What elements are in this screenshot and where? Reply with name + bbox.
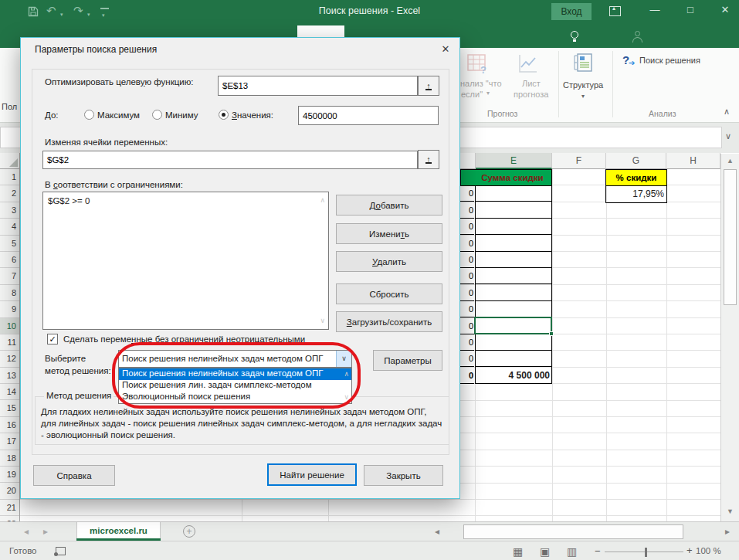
method-option-1[interactable]: Поиск решения нелинейных задач методом О…	[119, 368, 351, 380]
sheet-nav-right-icon[interactable]: ▸	[43, 526, 48, 537]
nonnegative-checkbox[interactable]: ✓	[47, 334, 58, 344]
load-save-button[interactable]: Загрузить/сохранить	[336, 311, 442, 332]
constraint-item[interactable]: $G$2 >= 0	[48, 196, 90, 205]
structure-dropdown-icon[interactable]: ▾	[581, 93, 585, 100]
objective-range-selector-button[interactable]: ↑	[418, 76, 439, 96]
method-option-3[interactable]: Эволюционный поиск решения	[119, 392, 351, 403]
row-header[interactable]: 21	[0, 500, 19, 516]
radio-value-of-label[interactable]: Значения:	[232, 110, 273, 120]
add-constraint-button[interactable]: Добавить	[336, 195, 442, 216]
row-header[interactable]: 1	[0, 169, 19, 185]
objective-input[interactable]: $E$13	[218, 76, 418, 96]
new-sheet-icon[interactable]: +	[183, 525, 195, 538]
column-header-d-clip[interactable]	[460, 153, 476, 169]
solve-button[interactable]: Найти решение	[267, 463, 357, 486]
row-header[interactable]: 20	[0, 483, 19, 499]
view-page-break-icon[interactable]: ▥	[567, 545, 577, 558]
row-header[interactable]: 16	[0, 417, 19, 433]
view-page-layout-icon[interactable]: ▣	[540, 545, 550, 558]
minimize-icon[interactable]: —	[647, 4, 663, 15]
whatif-analysis-label-line1[interactable]: нализ "что	[460, 79, 502, 88]
listbox-scroll-down-icon[interactable]: ∨	[320, 317, 325, 324]
solver-button-label[interactable]: Поиск решения	[639, 56, 700, 65]
zoom-slider-thumb[interactable]	[645, 548, 647, 557]
nonnegative-checkbox-label[interactable]: Сделать переменные без ограничений неотр…	[63, 334, 305, 344]
table-column-e[interactable]	[475, 185, 552, 384]
radio-maximum[interactable]	[84, 110, 94, 120]
vertical-scroll-thumb[interactable]	[724, 169, 737, 305]
cell-g1[interactable]: % скидки	[605, 169, 667, 186]
active-cell-selection[interactable]	[474, 317, 552, 334]
forecast-sheet-label-line1[interactable]: Лист	[522, 79, 541, 88]
row-header[interactable]: 4	[0, 219, 19, 235]
row-header[interactable]: 5	[0, 236, 19, 252]
zoom-slider[interactable]	[605, 552, 683, 552]
row-header[interactable]: 7	[0, 268, 19, 284]
row-header[interactable]: 6	[0, 252, 19, 268]
row-header[interactable]: 3	[0, 202, 19, 219]
forecast-sheet-icon[interactable]	[518, 53, 538, 73]
forecast-sheet-label-line2[interactable]: прогноза	[514, 90, 548, 99]
hscroll-left-icon[interactable]: ◂	[435, 526, 439, 537]
row-header[interactable]: 17	[0, 433, 19, 450]
zoom-in-icon[interactable]: +	[686, 545, 693, 556]
close-window-icon[interactable]: ✕	[717, 4, 733, 15]
help-button[interactable]: Справка	[33, 465, 115, 486]
cell-e1[interactable]: Сумма скидки	[460, 169, 552, 186]
row-header[interactable]: 9	[0, 301, 19, 317]
sheet-nav-left-icon[interactable]: ◂	[24, 526, 29, 537]
formula-bar-expand-icon[interactable]: ∨	[725, 131, 731, 141]
method-option-2[interactable]: Поиск решения лин. задач симплекс-методо…	[119, 380, 351, 392]
reset-button[interactable]: Сбросить	[336, 283, 442, 304]
radio-value-of[interactable]	[219, 110, 229, 120]
list-scroll-up-icon[interactable]: ∧	[344, 371, 349, 378]
structure-icon[interactable]	[573, 53, 593, 73]
radio-maximum-label[interactable]: Максимум	[97, 110, 140, 120]
select-all-corner[interactable]	[0, 153, 20, 169]
close-dialog-button[interactable]: Закрыть	[364, 465, 443, 486]
row-header[interactable]: 19	[0, 467, 19, 483]
scroll-up-icon[interactable]: ▲	[727, 157, 734, 165]
listbox-scroll-up-icon[interactable]: ∧	[320, 197, 325, 204]
target-value-input[interactable]: 4500000	[298, 106, 439, 125]
zoom-level-label[interactable]: 100 %	[696, 546, 721, 555]
cell-e13[interactable]: 4 500 000	[476, 368, 550, 384]
combo-dropdown-button[interactable]: ∨	[336, 351, 351, 367]
lightbulb-icon[interactable]	[571, 31, 578, 39]
row-header[interactable]: 14	[0, 384, 19, 400]
row-header[interactable]: 15	[0, 400, 19, 416]
ribbon-collapse-icon[interactable]: ∧	[724, 107, 730, 117]
constraints-listbox[interactable]: $G$2 >= 0 ∧ ∨	[42, 192, 329, 330]
sign-in-button[interactable]: Вход	[551, 3, 592, 20]
row-header[interactable]: 13	[0, 368, 19, 384]
column-header-e[interactable]: E	[476, 153, 552, 169]
view-normal-icon[interactable]: ▦	[513, 545, 523, 558]
fill-handle[interactable]	[549, 331, 554, 336]
maximize-icon[interactable]: □	[683, 4, 698, 15]
row-header[interactable]: 18	[0, 450, 19, 467]
row-header[interactable]: 22	[0, 516, 19, 521]
options-button[interactable]: Параметры	[373, 350, 442, 371]
row-header[interactable]: 12	[0, 351, 19, 367]
row-header[interactable]: 10	[0, 318, 19, 334]
column-header-h[interactable]: H	[666, 153, 720, 169]
column-header-f[interactable]: F	[552, 153, 606, 169]
variables-range-selector-button[interactable]: ↑	[418, 150, 439, 169]
cell-g2[interactable]: 17,95%	[605, 185, 667, 203]
structure-button-label[interactable]: Структура	[563, 80, 603, 90]
method-combobox[interactable]: Поиск решения нелинейных задач методом О…	[118, 350, 352, 368]
row-header[interactable]: 2	[0, 185, 19, 202]
scroll-down-icon[interactable]: ▼	[727, 507, 734, 515]
column-header-g[interactable]: G	[606, 153, 666, 169]
vertical-scrollbar[interactable]: ▲ ▼	[720, 154, 739, 521]
list-scroll-down-icon[interactable]: ∨	[344, 394, 349, 401]
radio-minimum-label[interactable]: Миниму	[165, 110, 198, 120]
variables-input[interactable]: $G$2	[42, 151, 418, 169]
whatif-analysis-icon[interactable]: ?	[466, 53, 490, 75]
row-header[interactable]: 11	[0, 334, 19, 351]
whatif-analysis-label-line2[interactable]: если"	[461, 90, 483, 99]
radio-minimum[interactable]	[152, 110, 162, 120]
horizontal-scroll-thumb[interactable]	[463, 524, 683, 539]
delete-constraint-button[interactable]: Удалить	[336, 251, 442, 272]
row-header[interactable]: 8	[0, 285, 19, 301]
